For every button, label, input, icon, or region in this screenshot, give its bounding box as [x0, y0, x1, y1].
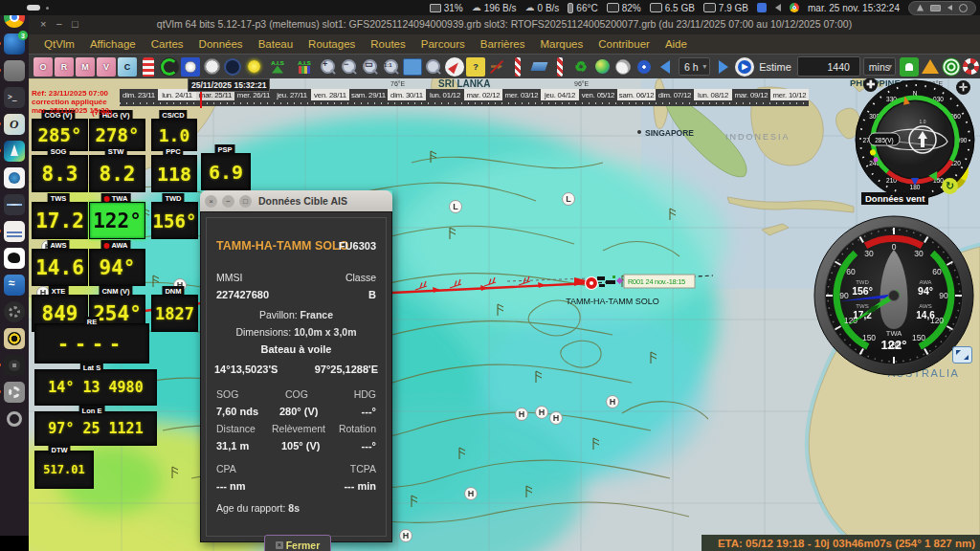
timeline-day[interactable]: ven. 05/12 — [579, 89, 617, 100]
clock-button[interactable] — [613, 57, 633, 77]
measure-pole2-icon[interactable] — [557, 57, 563, 77]
chart-c-button[interactable]: C — [118, 57, 137, 77]
zoom-in-button[interactable]: + — [319, 57, 338, 77]
alarm-bell-button[interactable] — [900, 57, 919, 77]
menu-aide[interactable]: Aide — [657, 38, 695, 50]
dock-files[interactable] — [4, 60, 25, 81]
timeline-ticks[interactable] — [120, 100, 809, 106]
zoom-1-1-button[interactable]: 1:1 — [382, 57, 401, 77]
menu-bateau[interactable]: Bateau — [251, 38, 301, 50]
timeline-day[interactable]: ven. 28/11 — [311, 89, 349, 100]
estime-unit-select[interactable]: mins — [863, 57, 896, 76]
collapse-gauge-button[interactable] — [952, 346, 972, 364]
chart-o-button[interactable]: O — [33, 57, 53, 77]
bulb-icon[interactable] — [244, 57, 263, 77]
lighthouse-icon[interactable] — [143, 57, 154, 77]
power-toggle-icon[interactable] — [160, 57, 179, 77]
menu-contribuer[interactable]: Contribuer — [590, 38, 657, 50]
zoom-area-button[interactable]: ▭ — [361, 57, 380, 77]
timeline-day[interactable]: sam. 29/11 — [349, 89, 388, 100]
dock-terminal[interactable] — [4, 87, 25, 108]
chrome-tray-icon[interactable] — [790, 3, 799, 12]
menu-barrieres[interactable]: Barrières — [473, 38, 533, 50]
activities-indicator[interactable] — [27, 5, 40, 11]
tray-app-icon[interactable] — [757, 3, 767, 12]
chart-v-button[interactable]: V — [97, 57, 116, 77]
dock-audio-app[interactable] — [4, 355, 25, 376]
close-dialog-button[interactable]: ×Fermer — [264, 535, 331, 551]
ais-targets-button[interactable]: A.I.S — [265, 57, 290, 77]
timeline-day[interactable]: dim. 23/11 — [120, 89, 158, 100]
clock[interactable]: mar. 25 nov. 15:32:24 — [808, 3, 900, 13]
timeline-day[interactable]: jeu. 27/11 — [273, 89, 311, 100]
dock-system-settings[interactable] — [4, 382, 25, 403]
dial-gray-icon[interactable] — [202, 57, 221, 77]
menu-routes[interactable]: Routes — [363, 38, 412, 50]
lifebuoy-button[interactable] — [963, 58, 979, 75]
menu-marques[interactable]: Marques — [532, 38, 590, 50]
hdg-label: HDG — [354, 388, 376, 400]
timeline-day[interactable]: mer. 03/12 — [502, 89, 541, 100]
grib-globe-button[interactable] — [592, 57, 612, 77]
menu-routages[interactable]: Routages — [301, 38, 363, 50]
poi-question-button[interactable] — [466, 57, 485, 77]
menu-cartes[interactable]: Cartes — [144, 38, 191, 50]
dock-ubuntu-logo[interactable] — [4, 408, 25, 430]
marine-info-button[interactable] — [635, 57, 654, 77]
dock-blue-app[interactable] — [4, 275, 25, 296]
timeline-day[interactable]: mer. 10/12 — [770, 89, 809, 100]
psp-display: 6.9 — [201, 153, 251, 190]
timeline-day[interactable]: dim. 30/11 — [388, 89, 426, 100]
play-animation-button[interactable] — [735, 57, 754, 77]
dock-kiwix[interactable] — [4, 248, 25, 269]
timeline-day[interactable]: lun. 01/12 — [426, 89, 464, 100]
bearing-compass-button[interactable] — [445, 57, 464, 77]
dock-qtvlm[interactable] — [4, 141, 25, 162]
timeline-day[interactable]: mar. 02/12 — [464, 89, 502, 100]
compass-blue-icon[interactable] — [181, 57, 200, 77]
chart-o-letter: O — [39, 62, 46, 72]
target-rings-button[interactable] — [942, 57, 961, 77]
compass-dark-icon[interactable] — [223, 57, 242, 77]
chart-m-button[interactable]: M — [76, 57, 95, 77]
dialog-title-bar[interactable]: × − □ Données Cible AIS — [200, 190, 392, 211]
menu-donnees[interactable]: Données — [191, 38, 251, 50]
menu-affichage[interactable]: Affichage — [82, 38, 144, 50]
refresh-wind-icon[interactable]: ↻ — [942, 178, 958, 194]
dock-globe-app[interactable] — [4, 167, 25, 188]
step-back-button[interactable] — [656, 57, 675, 77]
chart-r-button[interactable]: R — [55, 57, 74, 77]
dock-thunderbird[interactable]: 3 — [4, 33, 25, 55]
system-tray[interactable] — [908, 1, 976, 15]
heading-arrow-off-button[interactable] — [487, 57, 506, 77]
timeline-day[interactable]: mar. 09/12 — [732, 89, 770, 100]
warning-toggle-button[interactable] — [921, 57, 940, 77]
estime-input[interactable] — [797, 56, 860, 77]
timeline-day[interactable]: sam. 06/12 — [617, 89, 656, 100]
measure-pole-icon[interactable] — [515, 57, 521, 77]
step-forward-button[interactable] — [714, 57, 733, 77]
time-step-select[interactable]: 6 h — [679, 57, 710, 76]
dialog-close-icon[interactable]: × — [205, 195, 217, 208]
dock-opencpn[interactable] — [4, 114, 25, 135]
dock-reader-app[interactable] — [4, 221, 25, 242]
compass-rose-icon[interactable]: ✚ — [863, 77, 878, 92]
menu-qtvlm[interactable]: QtVlm — [36, 38, 82, 50]
move-gauge-icon[interactable]: ✛ — [956, 80, 970, 95]
zoom-out-button[interactable]: − — [340, 57, 359, 77]
eraser-button[interactable] — [529, 57, 548, 77]
dock-speaker-app[interactable] — [4, 328, 25, 349]
dialog-minimize-icon[interactable]: − — [222, 195, 234, 208]
speaker-muted-icon[interactable] — [775, 4, 781, 11]
timeline-day[interactable]: dim. 07/12 — [656, 89, 694, 100]
menu-parcours[interactable]: Parcours — [413, 38, 473, 50]
magnifier-button[interactable] — [424, 57, 443, 77]
recycle-button[interactable]: ♻ — [571, 57, 590, 77]
ais-list-button[interactable]: A.I.S — [292, 57, 317, 77]
dock-settings-dark[interactable] — [4, 301, 25, 322]
dialog-maximize-icon[interactable]: □ — [239, 195, 252, 208]
dock-monitor-app[interactable] — [4, 194, 25, 215]
timeline-day[interactable]: lun. 08/12 — [694, 89, 732, 100]
selection-rect-button[interactable] — [403, 58, 422, 76]
timeline-day[interactable]: jeu. 04/12 — [541, 89, 579, 100]
